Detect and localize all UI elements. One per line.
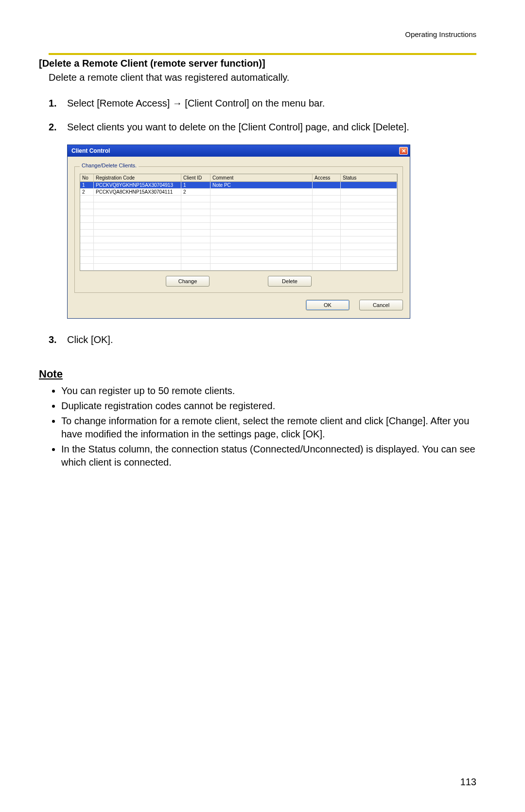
- section-intro: Delete a remote client that was register…: [49, 72, 476, 83]
- col-client-id: Client ID: [181, 174, 210, 182]
- change-delete-groupbox: Change/Delete Clients. No Registration C…: [74, 166, 403, 293]
- table-row[interactable]: [80, 264, 397, 271]
- note-heading: Note: [39, 368, 476, 380]
- note-item: In the Status column, the connection sta…: [61, 443, 476, 469]
- table-header: No Registration Code Client ID Comment A…: [80, 174, 397, 182]
- step-text: Select clients you want to delete on the…: [67, 121, 476, 134]
- section-title: [Delete a Remote Client (remote server f…: [39, 58, 476, 69]
- cell-comment: [210, 189, 313, 196]
- col-no: No: [80, 174, 94, 182]
- delete-button[interactable]: Delete: [268, 276, 312, 287]
- col-registration-code: Registration Code: [94, 174, 181, 182]
- table-row[interactable]: [80, 243, 397, 250]
- step-number: 2.: [49, 121, 67, 134]
- step-text: Click [OK].: [67, 333, 476, 346]
- table-row[interactable]: [80, 223, 397, 230]
- col-comment: Comment: [210, 174, 313, 182]
- table-row[interactable]: [80, 216, 397, 223]
- step-text-before: Select [Remote Access]: [67, 98, 173, 108]
- table-row[interactable]: 2 PCCKVQA8CKHNP15AX30704111 2: [80, 189, 397, 196]
- note-item: To change information for a remote clien…: [61, 415, 476, 441]
- step-text: Select [Remote Access] → [Client Control…: [67, 97, 476, 110]
- cell-cid: 1: [181, 182, 210, 189]
- cell-reg: PCCKVQ8YGKHNP15AX30704913: [94, 182, 181, 189]
- top-divider: [49, 53, 476, 55]
- table-row[interactable]: [80, 230, 397, 236]
- cell-status: [341, 182, 397, 189]
- table-row[interactable]: 1 PCCKVQ8YGKHNP15AX30704913 1 Note PC: [80, 182, 397, 189]
- clients-table[interactable]: No Registration Code Client ID Comment A…: [80, 174, 398, 271]
- ok-button[interactable]: OK: [306, 300, 350, 310]
- col-access: Access: [313, 174, 341, 182]
- header-label: Operating Instructions: [49, 30, 476, 38]
- cell-status: [341, 189, 397, 196]
- step-number: 3.: [49, 333, 67, 346]
- table-row[interactable]: [80, 209, 397, 216]
- table-row[interactable]: [80, 236, 397, 243]
- page-number: 113: [460, 776, 476, 788]
- arrow-icon: →: [173, 98, 182, 108]
- step-3: 3. Click [OK].: [49, 333, 476, 346]
- note-item: Duplicate registration codes cannot be r…: [61, 399, 476, 413]
- groupbox-legend: Change/Delete Clients.: [80, 162, 139, 168]
- cell-access: [313, 189, 341, 196]
- col-status: Status: [341, 174, 397, 182]
- cell-reg: PCCKVQA8CKHNP15AX30704111: [94, 189, 181, 196]
- client-control-dialog: Client Control ✕ Change/Delete Clients. …: [67, 144, 410, 319]
- step-1: 1. Select [Remote Access] → [Client Cont…: [49, 97, 476, 110]
- cancel-button[interactable]: Cancel: [359, 300, 403, 310]
- dialog-title: Client Control: [71, 147, 110, 154]
- cell-access: [313, 182, 341, 189]
- dialog-titlebar: Client Control ✕: [68, 145, 410, 157]
- table-row[interactable]: [80, 202, 397, 209]
- close-icon[interactable]: ✕: [399, 147, 408, 155]
- cell-no: 1: [80, 182, 94, 189]
- step-2: 2. Select clients you want to delete on …: [49, 121, 476, 134]
- change-button[interactable]: Change: [166, 276, 210, 287]
- step-text-after: [Client Control] on the menu bar.: [182, 98, 325, 108]
- step-number: 1.: [49, 97, 67, 110]
- cell-cid: 2: [181, 189, 210, 196]
- table-row[interactable]: [80, 250, 397, 257]
- table-row[interactable]: [80, 196, 397, 202]
- table-row[interactable]: [80, 257, 397, 264]
- cell-no: 2: [80, 189, 94, 196]
- cell-comment: Note PC: [210, 182, 313, 189]
- note-item: You can register up to 50 remote clients…: [61, 384, 476, 397]
